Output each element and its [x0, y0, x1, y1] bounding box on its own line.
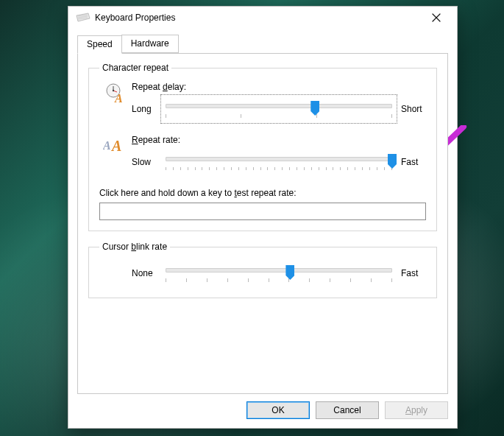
group-character-repeat-legend: Character repeat: [99, 63, 171, 73]
tab-hardware[interactable]: Hardware: [121, 35, 179, 53]
svg-text:A: A: [110, 138, 121, 154]
group-cursor-blink-legend: Cursor blink rate: [99, 242, 170, 252]
test-repeat-input[interactable]: [99, 203, 426, 220]
cursor-blink-max-label: Fast: [401, 268, 426, 278]
repeat-rate-icon: A A: [99, 135, 132, 154]
keyboard-properties-dialog: Keyboard Properties Speed Hardware Chara…: [68, 6, 458, 429]
tab-header: Speed Hardware: [77, 35, 448, 53]
repeat-rate-label: Repeat rate:: [132, 135, 426, 145]
tab-container: Speed Hardware Character repeat: [68, 29, 457, 394]
row-test-repeat: Click here and hold down a key to test r…: [99, 188, 426, 220]
repeat-rate-min-label: Slow: [132, 157, 157, 167]
repeat-delay-max-label: Short: [401, 104, 426, 114]
repeat-rate-max-label: Fast: [401, 157, 426, 167]
repeat-delay-label: Repeat delay:: [132, 82, 426, 92]
group-character-repeat: Character repeat A: [88, 63, 437, 231]
close-button[interactable]: [422, 7, 451, 28]
ok-button[interactable]: OK: [246, 401, 310, 419]
keyboard-icon: [76, 13, 90, 23]
group-cursor-blink: Cursor blink rate None Fa: [88, 242, 437, 298]
svg-text:A: A: [114, 92, 123, 104]
dialog-buttons: OK Cancel Apply: [68, 394, 457, 428]
cursor-blink-slider[interactable]: [163, 261, 395, 286]
repeat-delay-slider[interactable]: [163, 96, 395, 122]
test-repeat-label: Click here and hold down a key to test r…: [99, 188, 426, 198]
svg-point-1: [113, 90, 114, 91]
apply-button[interactable]: Apply: [385, 401, 448, 419]
cursor-blink-min-label: None: [132, 268, 157, 278]
tab-speed[interactable]: Speed: [77, 35, 122, 54]
window-title: Keyboard Properties: [95, 13, 422, 23]
repeat-rate-slider[interactable]: [163, 150, 395, 175]
cancel-button[interactable]: Cancel: [316, 401, 379, 419]
svg-text:A: A: [103, 139, 111, 152]
row-repeat-rate: A A Repeat rate: Slow: [99, 135, 426, 175]
tab-panel-speed: Character repeat A: [77, 53, 448, 394]
titlebar[interactable]: Keyboard Properties: [68, 7, 457, 29]
row-repeat-delay: A Repeat delay: Long: [99, 82, 426, 122]
repeat-delay-icon: A: [99, 82, 132, 104]
desktop-background: Keyboard Properties Speed Hardware Chara…: [0, 0, 504, 436]
repeat-delay-min-label: Long: [132, 104, 157, 114]
